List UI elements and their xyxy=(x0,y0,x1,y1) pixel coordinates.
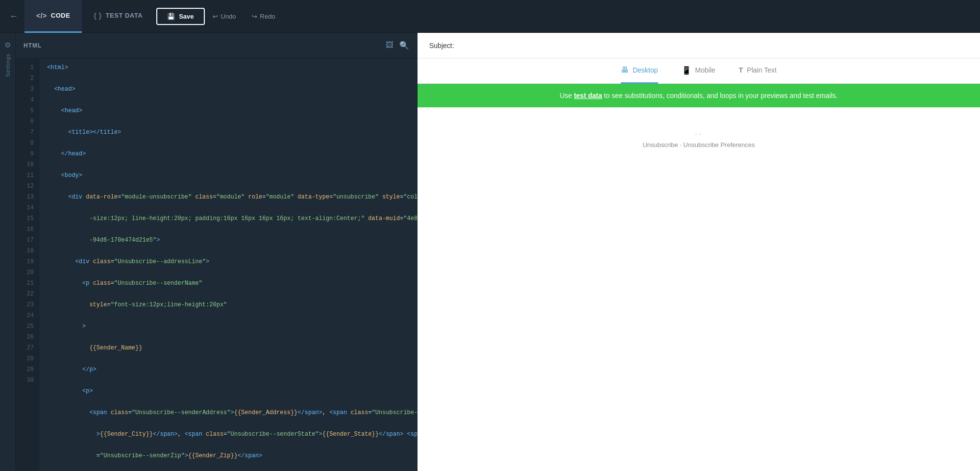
mobile-icon: 📱 xyxy=(682,66,691,75)
plain-text-icon: T xyxy=(739,66,743,74)
save-label: Save xyxy=(179,13,194,20)
test-data-tab-label: TEST DATA xyxy=(106,12,143,19)
desktop-tab-label: Desktop xyxy=(633,66,658,74)
banner-prefix: Use xyxy=(560,92,574,99)
main-content: ⚙ Settings HTML 🖼 🔍 12345 678910 1112131… xyxy=(0,33,980,471)
line-numbers: 12345 678910 1112131415 1617181920 21222… xyxy=(16,58,39,471)
banner-suffix: to see substitutions, conditionals, and … xyxy=(602,92,838,99)
preview-links: Unsubscribe · Unsubscribe Preferences xyxy=(642,141,755,149)
settings-label: Settings xyxy=(5,53,11,77)
preview-content: .. Unsubscribe · Unsubscribe Preferences xyxy=(417,107,980,471)
undo-label: Undo xyxy=(221,13,236,20)
desktop-icon: 🖶 xyxy=(621,66,629,74)
tab-plain-text[interactable]: T Plain Text xyxy=(739,58,777,84)
back-arrow-icon: ← xyxy=(9,11,18,22)
code-tab-label: CODE xyxy=(51,12,71,19)
unsubscribe-preferences-link[interactable]: Unsubscribe Preferences xyxy=(684,141,755,149)
settings-sidebar: ⚙ Settings xyxy=(0,33,16,471)
test-data-tab-icon: { } xyxy=(94,12,101,20)
save-button[interactable]: 💾 Save xyxy=(156,8,204,25)
code-panel: HTML 🖼 🔍 12345 678910 1112131415 1617181… xyxy=(16,33,417,471)
plain-text-tab-label: Plain Text xyxy=(747,66,776,74)
tab-test-data[interactable]: { } TEST DATA xyxy=(82,0,154,33)
tab-code[interactable]: </> CODE xyxy=(24,0,82,33)
redo-icon: ↪ xyxy=(252,13,257,20)
image-icon[interactable]: 🖼 xyxy=(386,41,393,50)
preview-panel: Subject: 🖶 Desktop 📱 Mobile T Plain Text… xyxy=(417,33,980,471)
code-editor[interactable]: 12345 678910 1112131415 1617181920 21222… xyxy=(16,58,417,471)
back-button[interactable]: ← xyxy=(5,7,23,25)
test-data-link[interactable]: test data xyxy=(574,92,602,99)
link-separator: · xyxy=(680,141,683,149)
preview-banner: Use test data to see substitutions, cond… xyxy=(417,84,980,107)
save-icon: 💾 xyxy=(167,13,175,20)
undo-button[interactable]: ↩ Undo xyxy=(205,9,244,24)
code-panel-header: HTML 🖼 🔍 xyxy=(16,33,417,58)
search-icon[interactable]: 🔍 xyxy=(399,41,409,50)
mobile-tab-label: Mobile xyxy=(695,66,715,74)
preview-dots: .. xyxy=(695,127,703,137)
code-tab-icon: </> xyxy=(36,12,47,20)
subject-label: Subject: xyxy=(429,42,454,50)
undo-icon: ↩ xyxy=(213,13,218,20)
redo-button[interactable]: ↪ Redo xyxy=(244,9,283,24)
preview-header: Subject: xyxy=(417,33,980,58)
preview-tabs: 🖶 Desktop 📱 Mobile T Plain Text xyxy=(417,58,980,84)
tab-mobile[interactable]: 📱 Mobile xyxy=(682,58,715,84)
code-panel-actions: 🖼 🔍 xyxy=(386,41,409,50)
code-panel-title: HTML xyxy=(24,42,42,49)
redo-label: Redo xyxy=(260,13,275,20)
code-content[interactable]: <html> <head> <head> <title></title> </h… xyxy=(39,58,417,471)
unsubscribe-link[interactable]: Unsubscribe xyxy=(642,141,678,149)
tab-desktop[interactable]: 🖶 Desktop xyxy=(621,58,658,84)
settings-gear-icon[interactable]: ⚙ xyxy=(4,41,11,50)
topbar: ← </> CODE { } TEST DATA 💾 Save ↩ Undo ↪… xyxy=(0,0,980,33)
